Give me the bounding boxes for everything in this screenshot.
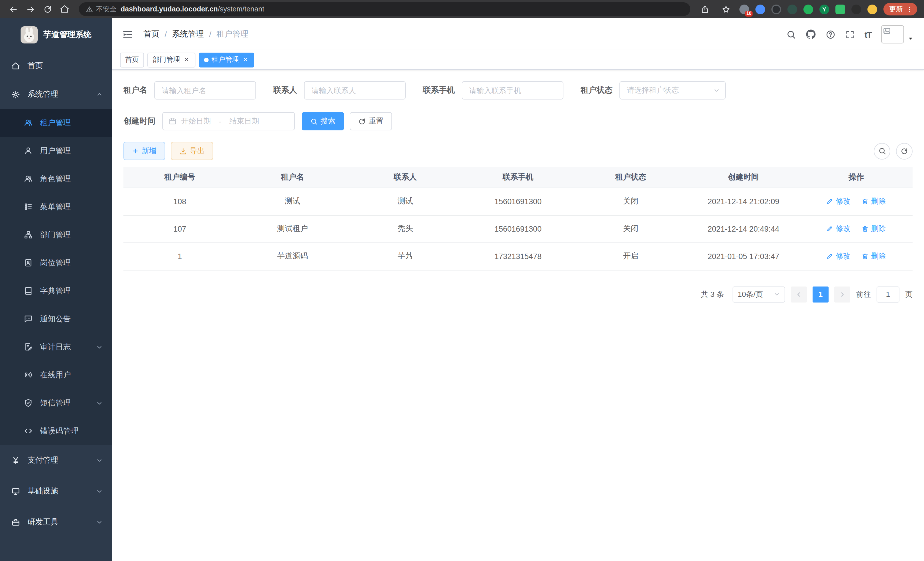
goto-page-input[interactable]: [877, 286, 899, 302]
search-icon: [786, 29, 796, 39]
share-button[interactable]: [697, 2, 712, 17]
export-button-label: 导出: [190, 146, 205, 156]
next-page-button[interactable]: [834, 286, 850, 302]
export-button[interactable]: 导出: [171, 142, 213, 160]
col-tenant-id: 租户编号: [123, 167, 236, 188]
edit-label: 修改: [836, 251, 850, 261]
tenant-name-input[interactable]: [154, 81, 256, 99]
edit-button[interactable]: 修改: [826, 251, 850, 261]
reload-button[interactable]: [40, 2, 55, 17]
header-search-button[interactable]: [786, 29, 796, 39]
extension-icon-plug[interactable]: [851, 4, 861, 14]
sidebar-group-devtools[interactable]: 研发工具: [0, 507, 112, 538]
extension-icon-dark-globe[interactable]: [771, 4, 781, 14]
profile-avatar-icon[interactable]: [867, 4, 877, 14]
breadcrumb-system[interactable]: 系统管理: [172, 29, 204, 39]
sidebar-item-dict[interactable]: 字典管理: [0, 277, 112, 305]
github-button[interactable]: [806, 29, 816, 39]
avatar: [881, 25, 904, 44]
edit-icon: [826, 198, 833, 205]
sidebar-item-menu[interactable]: 菜单管理: [0, 193, 112, 221]
user-menu[interactable]: [881, 25, 914, 44]
cell-created: 2021-12-14 21:02:09: [687, 188, 800, 215]
bookmark-button[interactable]: [718, 2, 733, 17]
date-range-picker[interactable]: 开始日期 - 结束日期: [162, 112, 295, 130]
forward-button[interactable]: [23, 2, 38, 17]
font-size-button[interactable]: tT: [865, 29, 872, 39]
toggle-search-button[interactable]: [874, 143, 890, 159]
extension-icon-blue[interactable]: [755, 4, 765, 14]
fullscreen-icon: [845, 29, 855, 39]
extension-icon-green[interactable]: [803, 4, 813, 14]
contact-label: 联系人: [273, 85, 297, 96]
address-bar[interactable]: 不安全 dashboard.yudao.iocoder.cn/system/te…: [79, 2, 690, 16]
goto-label: 前往: [856, 289, 871, 299]
code-icon: [24, 427, 33, 435]
tab-home[interactable]: 首页: [120, 52, 144, 67]
delete-button[interactable]: 删除: [862, 251, 886, 261]
fullscreen-button[interactable]: [845, 29, 855, 39]
refresh-table-button[interactable]: [896, 143, 913, 159]
edit-button[interactable]: 修改: [826, 224, 850, 234]
sidebar-item-user[interactable]: 用户管理: [0, 137, 112, 165]
contact-input[interactable]: [304, 81, 406, 99]
log-icon: [24, 343, 33, 351]
chevron-down-icon: [96, 399, 103, 406]
sidebar-item-label: 部门管理: [40, 230, 71, 240]
sidebar-item-post[interactable]: 岗位管理: [0, 249, 112, 277]
sidebar-item-audit-log[interactable]: 审计日志: [0, 333, 112, 361]
delete-button[interactable]: 删除: [862, 196, 886, 206]
update-button[interactable]: 更新: [884, 3, 917, 15]
sidebar-item-role[interactable]: 角色管理: [0, 165, 112, 193]
sidebar-item-notice[interactable]: 通知公告: [0, 305, 112, 333]
chevron-down-icon: [774, 291, 780, 297]
sidebar-group-payment[interactable]: 支付管理: [0, 445, 112, 476]
extension-icon-y[interactable]: Y: [819, 4, 829, 14]
user-icon: [24, 146, 33, 155]
close-icon[interactable]: ×: [242, 56, 249, 63]
back-button[interactable]: [6, 2, 21, 17]
tab-dept[interactable]: 部门管理 ×: [147, 52, 195, 67]
sidebar-item-error-code[interactable]: 错误码管理: [0, 417, 112, 445]
help-button[interactable]: [826, 29, 836, 39]
chevron-left-icon: [795, 291, 802, 298]
security-badge[interactable]: 不安全: [86, 4, 117, 14]
col-phone: 联系手机: [462, 167, 574, 188]
prev-page-button[interactable]: [791, 286, 807, 302]
sidebar-item-dept[interactable]: 部门管理: [0, 221, 112, 249]
breadcrumb-home[interactable]: 首页: [143, 29, 159, 39]
sidebar-item-sms[interactable]: 短信管理: [0, 389, 112, 417]
extension-icon-darkgreen[interactable]: [788, 4, 797, 14]
sidebar-item-home[interactable]: 首页: [0, 51, 112, 80]
extension-icon-note[interactable]: [836, 4, 845, 14]
page-size-select[interactable]: 10条/页: [733, 286, 785, 302]
sidebar-item-online-user[interactable]: 在线用户: [0, 361, 112, 389]
sidebar-toggle-button[interactable]: [122, 29, 133, 40]
close-icon[interactable]: ×: [183, 56, 190, 63]
delete-label: 删除: [871, 251, 886, 261]
edit-button[interactable]: 修改: [826, 196, 850, 206]
cell-tenant-name: 测试租户: [236, 215, 349, 242]
broadcast-icon: [24, 371, 33, 379]
sidebar-group-system[interactable]: 系统管理: [0, 80, 112, 109]
sidebar-item-tenant[interactable]: 租户管理: [0, 109, 112, 137]
trash-icon: [862, 198, 868, 205]
extension-icon-password[interactable]: 10: [740, 4, 749, 14]
status-select[interactable]: 请选择租户状态: [620, 81, 726, 99]
app-logo: 芋道管理系统: [0, 18, 112, 51]
page-number-button[interactable]: 1: [813, 286, 829, 302]
tags-view-bar: 首页 部门管理 × 租户管理 ×: [112, 50, 924, 70]
right-toolbar: [874, 143, 913, 159]
tab-tenant[interactable]: 租户管理 ×: [199, 52, 254, 67]
sidebar-group-infra[interactable]: 基础设施: [0, 476, 112, 507]
tenant-icon: [24, 118, 33, 127]
cell-status: 关闭: [574, 188, 687, 215]
phone-input[interactable]: [462, 81, 563, 99]
delete-button[interactable]: 删除: [862, 224, 886, 234]
home-button[interactable]: [57, 2, 72, 17]
search-button[interactable]: 搜索: [302, 112, 344, 130]
sidebar-item-label: 短信管理: [40, 398, 71, 408]
add-button[interactable]: 新增: [123, 142, 165, 160]
app-root: 不安全 dashboard.yudao.iocoder.cn/system/te…: [0, 0, 924, 561]
reset-button[interactable]: 重置: [350, 112, 392, 130]
